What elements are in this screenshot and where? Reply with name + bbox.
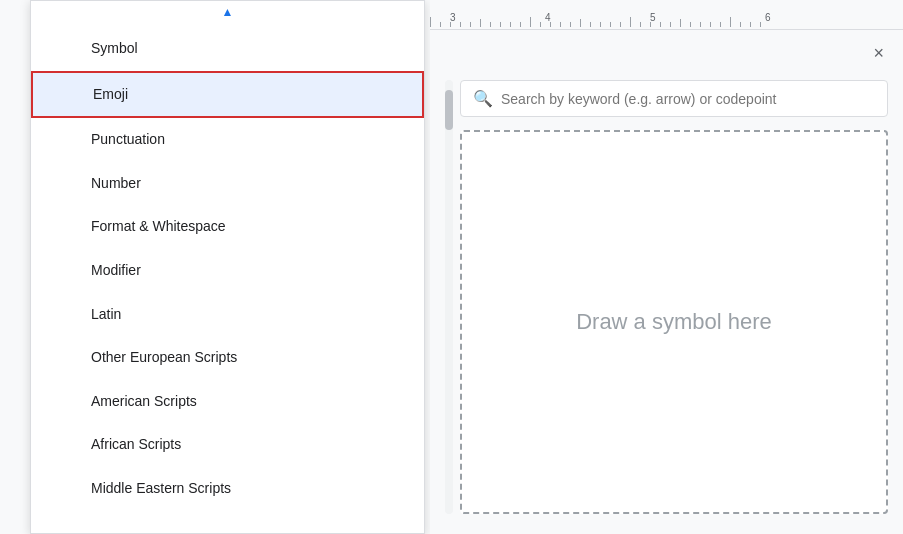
close-area: × [869,40,888,66]
search-box: 🔍 [460,80,888,117]
dropdown-item-number[interactable]: Number [31,162,424,206]
dropdown-item-african-scripts[interactable]: African Scripts [31,423,424,467]
scrollbar-thumb[interactable] [445,90,453,130]
search-area: 🔍 [460,80,888,117]
dropdown-panel: ▲ SymbolEmojiPunctuationNumberFormat & W… [30,0,425,534]
ruler: 3 4 5 6 [430,0,903,30]
draw-area[interactable]: Draw a symbol here [460,130,888,514]
draw-prompt: Draw a symbol here [576,309,772,335]
dropdown-item-punctuation[interactable]: Punctuation [31,118,424,162]
close-button[interactable]: × [869,40,888,66]
dropdown-item-modifier[interactable]: Modifier [31,249,424,293]
ruler-number-6: 6 [765,12,771,23]
right-scrollbar[interactable] [445,80,453,514]
dropdown-item-middle-eastern[interactable]: Middle Eastern Scripts [31,467,424,511]
dropdown-item-other-european[interactable]: Other European Scripts [31,336,424,380]
search-input[interactable] [501,91,875,107]
dropdown-item-american-scripts[interactable]: American Scripts [31,380,424,424]
scroll-up-arrow[interactable]: ▲ [31,1,424,23]
main-container: ▲ SymbolEmojiPunctuationNumberFormat & W… [0,0,903,534]
dropdown-list: SymbolEmojiPunctuationNumberFormat & Whi… [31,23,424,533]
right-panel: 3 4 5 6 × 🔍 Draw a symbol here [430,0,903,534]
ruler-marks: 3 4 5 6 [430,0,903,27]
search-icon: 🔍 [473,89,493,108]
dropdown-item-emoji[interactable]: Emoji [31,71,424,119]
scrollbar-track [445,80,453,514]
dropdown-item-format-whitespace[interactable]: Format & Whitespace [31,205,424,249]
dropdown-item-latin[interactable]: Latin [31,293,424,337]
dropdown-item-symbol[interactable]: Symbol [31,27,424,71]
